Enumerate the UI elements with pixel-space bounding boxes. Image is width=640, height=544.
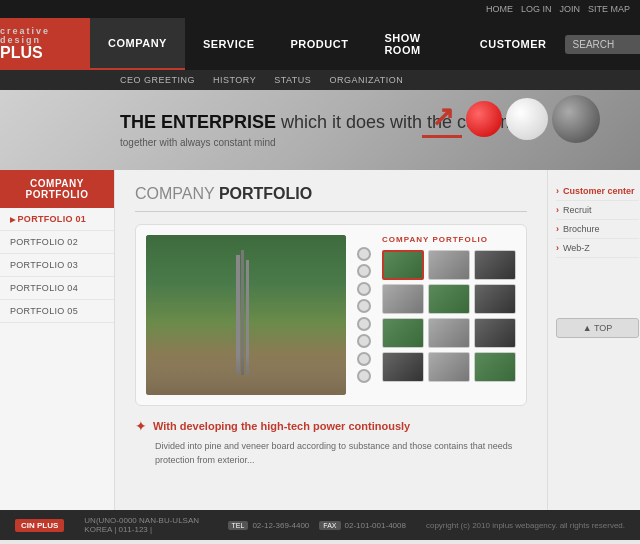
logo-text: creative design PLUS — [0, 27, 90, 61]
spiral-ring — [357, 247, 371, 261]
sidebar-portfolio-02[interactable]: PORTFOLIO 02 — [0, 231, 114, 254]
nav-company[interactable]: COMPANY — [90, 18, 185, 70]
thumbnail-8[interactable] — [428, 318, 470, 348]
hero-graphic: ↗ — [422, 95, 600, 143]
thumbnail-7[interactable] — [382, 318, 424, 348]
thumbnail-11[interactable] — [428, 352, 470, 382]
right-link-webz[interactable]: Web-Z — [556, 239, 639, 258]
to-top-button[interactable]: ▲ TOP — [556, 318, 639, 338]
logo-main: PLUS — [0, 44, 43, 61]
description-section: ✦ With developing the high-tech power co… — [135, 418, 527, 477]
footer-logo: CIN PLUS — [15, 519, 64, 532]
fax-badge: FAX — [319, 521, 340, 530]
portfolio-book: COMPANY PORTFOLIO — [135, 224, 527, 406]
nav-customer[interactable]: CUSTOMER — [462, 18, 565, 70]
spiral-ring — [357, 264, 371, 278]
phone-number-1: 02-12-369-4400 — [252, 521, 309, 530]
search-input[interactable] — [565, 35, 640, 54]
star-icon: ✦ — [135, 418, 147, 434]
arrow-icon: ↗ — [431, 100, 454, 133]
tel-badge: TEL — [228, 521, 249, 530]
thumbnail-12[interactable] — [474, 352, 516, 382]
spiral-ring — [357, 317, 371, 331]
spiral-ring — [357, 352, 371, 366]
thumbnail-9[interactable] — [474, 318, 516, 348]
thumb-row-3 — [382, 318, 516, 348]
desc-heading: With developing the high-tech power cont… — [153, 420, 410, 432]
subnav-status[interactable]: STATUS — [274, 75, 311, 85]
copyright: copyright (c) 2010 inplus webagency. all… — [426, 521, 625, 530]
subnav-history[interactable]: HISTORY — [213, 75, 256, 85]
thumb-row-4 — [382, 352, 516, 382]
subnav-org[interactable]: ORGANIZATION — [329, 75, 403, 85]
thumbnail-2[interactable] — [428, 250, 470, 280]
spiral-ring — [357, 282, 371, 296]
topbar-sitemap[interactable]: SITE MAP — [588, 4, 630, 14]
topbar-join[interactable]: JOIN — [559, 4, 580, 14]
content-area: COMPANY PORTFOLIO — [115, 170, 547, 510]
nav-showroom[interactable]: SHOW ROOM — [366, 18, 461, 70]
main-photo — [146, 235, 346, 395]
thumbnail-1[interactable] — [382, 250, 424, 280]
right-link-recruit[interactable]: Recruit — [556, 201, 639, 220]
right-link-customer[interactable]: Customer center — [556, 182, 639, 201]
spiral-ring — [357, 334, 371, 348]
footer-address: UN(UNO-0000 NAN-BU-ULSAN KOREA | 011-123… — [84, 516, 207, 534]
thumbnail-3[interactable] — [474, 250, 516, 280]
sidebar-title: COMPANY PORTFOLIO — [0, 170, 114, 208]
thumbnail-10[interactable] — [382, 352, 424, 382]
subnav-ceo[interactable]: CEO GREETING — [120, 75, 195, 85]
footer-phones: TEL 02-12-369-4400 FAX 02-101-001-4008 — [228, 521, 406, 530]
thumbnail-6[interactable] — [474, 284, 516, 314]
hero-banner: THE ENTERPRISE which it does with the cu… — [0, 90, 640, 170]
thumbnail-5[interactable] — [428, 284, 470, 314]
thumb-row-2 — [382, 284, 516, 314]
main-content: COMPANY PORTFOLIO PORTFOLIO 01 PORTFOLIO… — [0, 170, 640, 510]
logo[interactable]: creative design PLUS — [0, 18, 90, 70]
logo-sub: creative design — [0, 27, 90, 45]
sub-nav: CEO GREETING HISTORY STATUS ORGANIZATION — [0, 70, 640, 90]
content-title: COMPANY PORTFOLIO — [135, 185, 527, 212]
sidebar: COMPANY PORTFOLIO PORTFOLIO 01 PORTFOLIO… — [0, 170, 115, 510]
content-title-highlight: COMPANY — [135, 185, 214, 202]
sphere-dark — [552, 95, 600, 143]
sphere-white — [506, 98, 548, 140]
sidebar-portfolio-01[interactable]: PORTFOLIO 01 — [0, 208, 114, 231]
search-box[interactable]: ▼ — [565, 35, 640, 54]
topbar-login[interactable]: LOG IN — [521, 4, 552, 14]
spiral-ring — [357, 369, 371, 383]
nav-product[interactable]: PRODUCT — [273, 18, 367, 70]
phone-number-2: 02-101-001-4008 — [345, 521, 406, 530]
sidebar-portfolio-04[interactable]: PORTFOLIO 04 — [0, 277, 114, 300]
sphere-red — [466, 101, 502, 137]
footer: CIN PLUS UN(UNO-0000 NAN-BU-ULSAN KOREA … — [0, 510, 640, 540]
sidebar-portfolio-05[interactable]: PORTFOLIO 05 — [0, 300, 114, 323]
main-nav: COMPANY SERVICE PRODUCT SHOW ROOM CUSTOM… — [90, 18, 640, 70]
nav-service[interactable]: SERVICE — [185, 18, 273, 70]
spiral-binding — [354, 235, 374, 395]
footer-phone-2: FAX 02-101-001-4008 — [319, 521, 406, 530]
thumbnail-grid: COMPANY PORTFOLIO — [382, 235, 516, 395]
desc-text: Divided into pine and veneer board accor… — [135, 440, 527, 467]
sidebar-portfolio-03[interactable]: PORTFOLIO 03 — [0, 254, 114, 277]
header: creative design PLUS COMPANY SERVICE PRO… — [0, 18, 640, 70]
thumbnail-section-title: COMPANY PORTFOLIO — [382, 235, 516, 244]
footer-phone-1: TEL 02-12-369-4400 — [228, 521, 310, 530]
spiral-ring — [357, 299, 371, 313]
desc-title: ✦ With developing the high-tech power co… — [135, 418, 527, 434]
right-sidebar: Customer center Recruit Brochure Web-Z ▲… — [547, 170, 640, 510]
thumbnail-4[interactable] — [382, 284, 424, 314]
thumb-row-1 — [382, 250, 516, 280]
content-title-bold2: PORTFOLIO — [219, 185, 312, 202]
right-link-brochure[interactable]: Brochure — [556, 220, 639, 239]
top-bar: HOME LOG IN JOIN SITE MAP — [0, 0, 640, 18]
topbar-home[interactable]: HOME — [486, 4, 513, 14]
